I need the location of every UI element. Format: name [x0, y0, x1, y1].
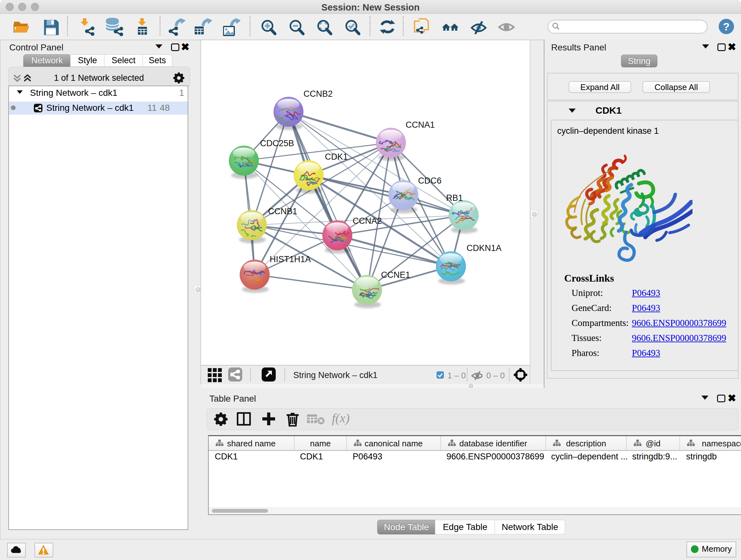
svg-text:CCNB2: CCNB2	[304, 89, 333, 99]
svg-text:CDKN1A: CDKN1A	[467, 243, 502, 253]
svg-text:CCNB1: CCNB1	[268, 206, 297, 216]
svg-text:CCNE1: CCNE1	[381, 270, 410, 280]
svg-text:CDC6: CDC6	[418, 176, 442, 186]
svg-text:CDC25B: CDC25B	[260, 138, 294, 148]
svg-text:CDK1: CDK1	[325, 152, 348, 162]
svg-text:HIST1H1A: HIST1H1A	[270, 254, 311, 264]
svg-text:CCNA1: CCNA1	[406, 120, 435, 130]
svg-text:RB1: RB1	[446, 193, 463, 203]
svg-text:CCNA2: CCNA2	[353, 216, 382, 226]
